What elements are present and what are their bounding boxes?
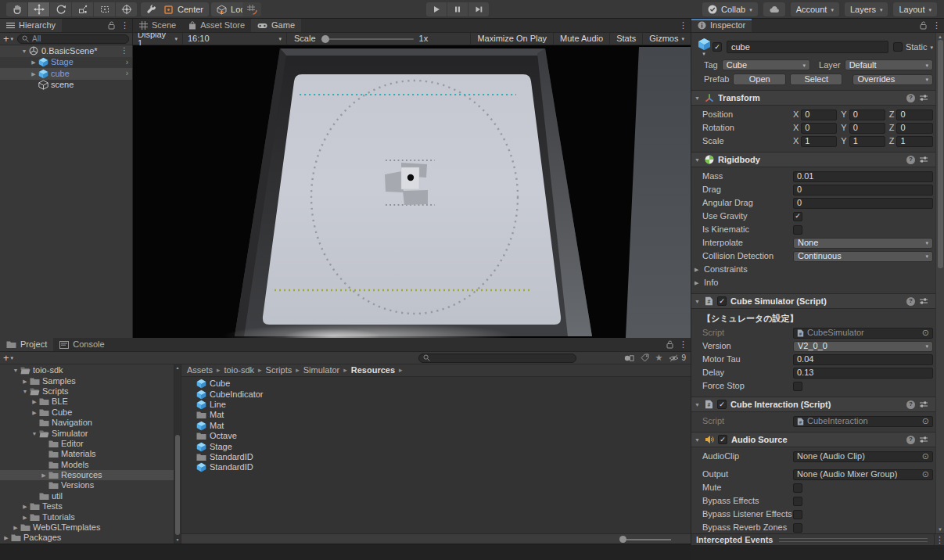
- asset-item-Line[interactable]: Line: [181, 400, 691, 410]
- value-checkbox[interactable]: [793, 483, 802, 493]
- object-field[interactable]: None (Audio Clip) ⊙: [793, 451, 933, 462]
- presets-icon[interactable]: [919, 297, 928, 305]
- aspect-ratio-dropdown[interactable]: 16:10 ▾: [183, 33, 287, 45]
- value-checkbox[interactable]: ✓: [793, 212, 802, 221]
- tab-hierarchy[interactable]: Hierarchy: [0, 19, 62, 32]
- component-header[interactable]: ▼ ✓ Audio Source ? ⋮: [691, 432, 944, 447]
- tab-project[interactable]: Project: [0, 338, 53, 351]
- value-checkbox[interactable]: [793, 510, 802, 519]
- foldout-closed-icon[interactable]: ▶: [12, 525, 20, 530]
- move-tool-button[interactable]: [28, 2, 49, 16]
- z-value-field[interactable]: 1: [896, 136, 933, 147]
- foldout-closed-icon[interactable]: ▶: [30, 59, 38, 65]
- asset-item-Mat[interactable]: Mat: [181, 410, 691, 420]
- presets-icon[interactable]: [919, 400, 928, 408]
- account-dropdown[interactable]: Account ▾: [791, 2, 839, 16]
- value-checkbox[interactable]: [793, 382, 802, 391]
- value-dropdown[interactable]: None▾: [793, 238, 933, 249]
- scroll-up-arrow[interactable]: ▲: [936, 34, 944, 39]
- inspector-scrollbar[interactable]: ▲ ▼: [935, 33, 944, 533]
- breadcrumb-item-Assets[interactable]: Assets: [187, 366, 213, 375]
- component-header[interactable]: ▼ Rigidbody ? ⋮: [691, 152, 944, 167]
- asset-item-StandardID[interactable]: StandardID: [181, 462, 691, 472]
- intercepted-events-bar[interactable]: Intercepted Events ⋮: [691, 533, 944, 545]
- asset-item-StandardID[interactable]: StandardID: [181, 452, 691, 462]
- tree-row-WebGLTemplates[interactable]: ▶ WebGLTemplates: [0, 522, 174, 533]
- foldout-open-icon[interactable]: ▼: [20, 48, 28, 54]
- tree-row-Simulator[interactable]: ▼ Simulator: [0, 428, 174, 438]
- rect-tool-button[interactable]: [94, 2, 115, 16]
- gameobject-cube-icon[interactable]: ▾: [695, 38, 712, 56]
- favorites-star-icon[interactable]: ★: [655, 354, 663, 362]
- breadcrumb-item-Simulator[interactable]: Simulator: [303, 366, 339, 375]
- tree-row-Cube[interactable]: ▶ Cube: [0, 407, 174, 418]
- value-checkbox[interactable]: [793, 225, 802, 235]
- hand-tool-button[interactable]: [6, 2, 27, 16]
- help-icon[interactable]: ?: [906, 297, 915, 306]
- hierarchy-row-cube[interactable]: ▶ cube ›: [0, 68, 132, 80]
- tree-row-Versions[interactable]: Versions: [0, 480, 174, 490]
- grid-snap-button[interactable]: [242, 2, 261, 16]
- foldout-open-icon[interactable]: ▼: [695, 95, 701, 101]
- collab-dropdown[interactable]: Collab ▾: [702, 2, 758, 16]
- display-dropdown[interactable]: Display 1 ▾: [133, 33, 183, 45]
- tree-row-Packages[interactable]: ▶ Packages: [0, 533, 174, 543]
- asset-zoom-slider[interactable]: [623, 539, 671, 540]
- value-field[interactable]: 0.01: [793, 171, 933, 182]
- play-button[interactable]: [426, 2, 447, 16]
- component-enabled-checkbox[interactable]: ✓: [717, 296, 727, 306]
- hierarchy-search-input[interactable]: All: [17, 34, 129, 44]
- tree-row-Materials[interactable]: Materials: [0, 449, 174, 459]
- game-viewport[interactable]: [133, 45, 691, 338]
- layer-dropdown[interactable]: Default▾: [845, 59, 933, 70]
- scrollbar-thumb[interactable]: [175, 435, 180, 535]
- layout-dropdown[interactable]: Layout ▾: [893, 2, 937, 16]
- breadcrumb-item-Resources[interactable]: Resources: [351, 366, 395, 375]
- maximize-on-play-button[interactable]: Maximize On Play: [470, 33, 553, 45]
- project-search-input[interactable]: [418, 354, 576, 363]
- breadcrumb-item-Scripts[interactable]: Scripts: [266, 366, 293, 375]
- hierarchy-row-Stage[interactable]: ▶ Stage ›: [0, 57, 132, 69]
- asset-item-Mat[interactable]: Mat: [181, 421, 691, 431]
- object-field[interactable]: # CubeInteraction ⊙: [793, 416, 933, 427]
- kebab-menu-icon[interactable]: ⋮: [935, 536, 944, 544]
- tree-row-util[interactable]: util: [0, 491, 174, 501]
- static-checkbox[interactable]: [893, 42, 903, 52]
- foldout-open-icon[interactable]: ▼: [695, 402, 701, 407]
- rotate-tool-button[interactable]: [50, 2, 71, 16]
- tab-scene[interactable]: Scene: [133, 19, 182, 32]
- kebab-menu-icon[interactable]: ⋮: [932, 21, 941, 30]
- y-value-field[interactable]: 0: [849, 123, 885, 134]
- lock-icon[interactable]: [920, 21, 927, 30]
- asset-item-CubeIndicator[interactable]: CubeIndicator: [181, 389, 691, 399]
- foldout-open-icon[interactable]: ▼: [695, 437, 701, 443]
- foldout-Constraints[interactable]: ▶Constraints: [691, 263, 944, 276]
- chevron-down-icon[interactable]: ▾: [930, 45, 933, 50]
- project-tree-scrollbar[interactable]: ▲ ▼: [174, 364, 181, 544]
- help-icon[interactable]: ?: [906, 156, 915, 164]
- gizmos-dropdown[interactable]: Gizmos▾: [642, 33, 691, 45]
- presets-icon[interactable]: [919, 156, 928, 163]
- scroll-down-arrow[interactable]: ▼: [174, 538, 181, 542]
- value-field[interactable]: 0: [793, 185, 933, 196]
- transform-tool-button[interactable]: [116, 2, 137, 16]
- tree-row-BLE[interactable]: ▶ BLE: [0, 397, 174, 407]
- breadcrumb-item-toio-sdk[interactable]: toio-sdk: [224, 366, 255, 375]
- object-picker-icon[interactable]: ⊙: [922, 417, 929, 425]
- kebab-menu-icon[interactable]: ⋮: [679, 340, 687, 349]
- layers-dropdown[interactable]: Layers ▾: [845, 2, 888, 16]
- value-checkbox[interactable]: [793, 497, 802, 506]
- tree-row-Tests[interactable]: ▶ Tests: [0, 501, 174, 512]
- help-icon[interactable]: ?: [906, 436, 915, 444]
- object-field[interactable]: # CubeSimulator ⊙: [793, 328, 933, 339]
- foldout-closed-icon[interactable]: ▶: [21, 515, 29, 520]
- object-field[interactable]: None (Audio Mixer Group) ⊙: [793, 469, 933, 480]
- prefab-overrides-dropdown[interactable]: Overrides▾: [852, 74, 933, 85]
- gameobject-name-field[interactable]: cube: [727, 41, 888, 53]
- component-enabled-checkbox[interactable]: ✓: [718, 435, 727, 444]
- prefab-select-button[interactable]: Select: [790, 74, 843, 85]
- foldout-closed-icon[interactable]: ▶: [30, 71, 38, 77]
- component-header[interactable]: ▼ Transform ? ⋮: [691, 90, 944, 106]
- x-value-field[interactable]: 0: [801, 109, 837, 120]
- stats-button[interactable]: Stats: [609, 33, 642, 45]
